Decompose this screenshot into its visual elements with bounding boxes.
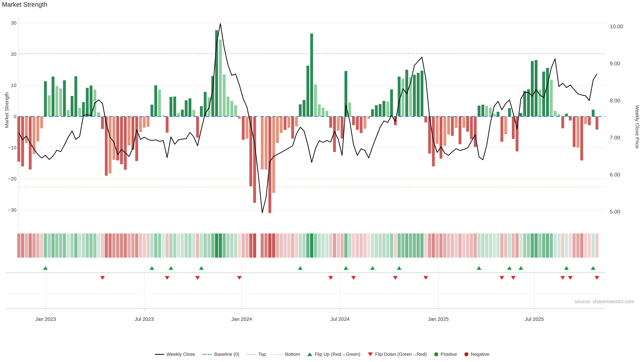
heatmap-cell bbox=[302, 233, 306, 258]
flip-down-marker bbox=[594, 276, 599, 280]
strength-bar bbox=[573, 116, 576, 147]
heatmap-cell bbox=[93, 233, 96, 258]
strength-bar bbox=[458, 116, 461, 144]
strength-bar bbox=[196, 116, 199, 138]
legend-item-circle-green[interactable]: Positive bbox=[434, 352, 457, 357]
strength-bar bbox=[284, 116, 286, 130]
heatmap-cell bbox=[249, 233, 252, 258]
heatmap-cell bbox=[572, 233, 576, 258]
circle-green-icon bbox=[434, 352, 438, 356]
heatmap-cell bbox=[534, 233, 538, 258]
heatmap-cell bbox=[527, 233, 530, 258]
strength-bar bbox=[322, 108, 324, 116]
heatmap-cell bbox=[557, 233, 560, 258]
legend-item-line[interactable]: Weekly Close bbox=[155, 352, 195, 357]
strength-bar bbox=[192, 110, 195, 116]
market-strength-dashboard: Market Strength Market Strength 3020100−… bbox=[0, 0, 644, 362]
strength-bar bbox=[379, 104, 382, 116]
heatmap-cell bbox=[196, 233, 199, 258]
legend-label: Weekly Close bbox=[166, 352, 195, 357]
strength-bar bbox=[109, 116, 112, 173]
heatmap-cell bbox=[173, 233, 176, 258]
x-tick-label: Jan 2023 bbox=[35, 316, 56, 322]
strength-bar bbox=[70, 96, 74, 116]
strength-bar bbox=[112, 116, 116, 160]
heatmap-cell bbox=[181, 233, 184, 258]
flip-up-marker bbox=[591, 266, 596, 270]
heatmap-cell bbox=[253, 233, 256, 258]
heatmap-cell bbox=[215, 233, 218, 258]
heatmap-cell bbox=[344, 233, 348, 258]
strength-bar bbox=[185, 100, 188, 116]
legend-item-dot-purple[interactable]: Top bbox=[247, 352, 266, 357]
heatmap-cell bbox=[170, 233, 172, 258]
weekly-close-line bbox=[19, 23, 597, 213]
strength-bar bbox=[55, 86, 58, 116]
strength-bar bbox=[413, 75, 416, 116]
flip-up-marker bbox=[150, 266, 154, 270]
heatmap-cell bbox=[504, 233, 507, 258]
strength-bar bbox=[265, 116, 268, 169]
heatmap-cell bbox=[177, 233, 180, 258]
legend-item-up-triangle[interactable]: Flip Up (Red→Green) bbox=[307, 352, 360, 357]
strength-bar bbox=[25, 116, 28, 143]
heatmap-cell bbox=[360, 233, 363, 258]
strength-bar bbox=[436, 116, 438, 144]
flip-up-marker bbox=[518, 266, 523, 270]
heatmap-cell bbox=[90, 233, 92, 258]
heatmap-cell bbox=[561, 233, 564, 258]
heatmap-cell bbox=[378, 233, 382, 258]
heatmap-cell bbox=[101, 233, 104, 258]
legend-item-dot-orange[interactable]: Bottom bbox=[273, 352, 300, 357]
x-tick-label: Jul 2023 bbox=[135, 316, 154, 322]
heatmap-cell bbox=[401, 233, 404, 258]
strength-bar bbox=[306, 66, 309, 116]
heatmap-cell bbox=[436, 233, 439, 258]
heatmap-cell bbox=[166, 233, 169, 258]
strength-bar bbox=[135, 116, 138, 161]
strength-bar bbox=[337, 116, 340, 131]
strength-bar bbox=[382, 101, 386, 116]
up-triangle-icon bbox=[307, 353, 312, 356]
strength-bar bbox=[299, 104, 302, 116]
flip-up-marker bbox=[168, 266, 173, 270]
heatmap-cell bbox=[595, 233, 598, 258]
heatmap-cell bbox=[538, 233, 542, 258]
flip-up-marker bbox=[344, 266, 348, 270]
heatmap-cell bbox=[405, 233, 408, 258]
heatmap-cell bbox=[554, 233, 556, 258]
flip-down-marker bbox=[568, 276, 573, 280]
flip-up-marker bbox=[564, 266, 569, 270]
strength-bar bbox=[67, 110, 70, 116]
strength-bar bbox=[173, 96, 176, 116]
strength-bar bbox=[181, 110, 184, 116]
legend-item-down-triangle[interactable]: Flip Down (Green→Red) bbox=[368, 352, 427, 357]
heatmap-cell bbox=[128, 233, 131, 258]
strength-bar bbox=[550, 80, 553, 116]
strength-bar bbox=[500, 116, 503, 142]
strength-bar bbox=[44, 81, 47, 116]
heatmap-cell bbox=[489, 233, 492, 258]
strength-bar bbox=[188, 98, 191, 116]
heatmap-cell bbox=[592, 233, 595, 258]
heatmap-cell bbox=[204, 233, 207, 258]
heatmap-cell bbox=[139, 233, 142, 258]
heatmap-cell bbox=[242, 233, 245, 258]
heatmap-cell bbox=[192, 233, 196, 258]
heatmap-cell bbox=[451, 233, 454, 258]
legend-item-circle-red[interactable]: Negative bbox=[464, 352, 489, 357]
heatmap-cell bbox=[291, 233, 294, 258]
chart-canvas: 3020100−10−20−3010.009.008.007.006.005.0… bbox=[0, 0, 644, 362]
heatmap-cell bbox=[40, 233, 43, 258]
strength-bar bbox=[143, 116, 146, 128]
heatmap-cell bbox=[245, 233, 248, 258]
strength-bar bbox=[291, 116, 294, 139]
strength-bar bbox=[451, 116, 454, 136]
strength-bar bbox=[40, 116, 43, 128]
heatmap-cell bbox=[493, 233, 496, 258]
strength-bar bbox=[364, 116, 366, 129]
heatmap-cell bbox=[363, 233, 366, 258]
heatmap-cell bbox=[162, 233, 165, 258]
strength-bar bbox=[288, 116, 290, 128]
legend-item-dash[interactable]: Baseline (0) bbox=[202, 352, 239, 357]
